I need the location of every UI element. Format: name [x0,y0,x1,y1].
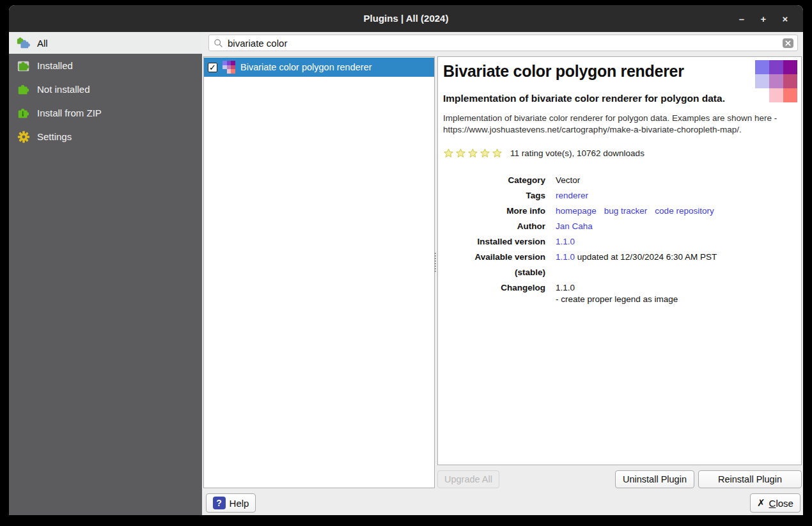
author-link[interactable]: Jan Caha [556,221,593,231]
plugin-details-panel: Bivariate color polygon renderer Impleme… [437,56,802,465]
help-icon: ? [213,497,226,509]
bug-tracker-link[interactable]: bug tracker [604,206,648,216]
search-input[interactable] [228,38,783,49]
plugin-enabled-checkbox[interactable]: ✓ [208,63,217,72]
close-x-icon: ✗ [757,497,765,509]
upgrade-all-button[interactable]: Upgrade All [437,470,499,488]
close-window-button[interactable]: × [776,10,794,28]
plugin-title: Bivariate color polygon renderer [443,62,796,81]
sidebar-item-install-from-zip[interactable]: Install from ZIP [9,101,202,125]
category-label: Category [443,173,545,188]
star-rating-icons [443,148,503,159]
uninstall-plugin-button[interactable]: Uninstall Plugin [615,470,694,488]
help-button[interactable]: ? Help [206,493,256,513]
maximize-icon: + [761,13,767,24]
category-value: Vector [556,173,796,188]
plugin-list-item-selected[interactable]: ✓ Bivariate color polygon renderer [204,58,434,77]
minimize-button[interactable]: – [733,10,751,28]
close-label: Close [769,498,793,509]
reinstall-plugin-label: Reinstall Plugin [718,474,782,484]
plugin-bivariate-icon [223,61,235,74]
gear-icon [17,130,31,144]
puzzle-installed-icon [17,59,31,73]
reinstall-plugin-button[interactable]: Reinstall Plugin [698,470,802,488]
sidebar-item-label: Settings [37,131,72,142]
puzzle-not-installed-icon [17,83,31,97]
more-info-label: More info [443,203,545,219]
help-label: Help [230,498,249,509]
sidebar-item-installed[interactable]: Installed [9,54,202,77]
star-icon [467,148,478,159]
sidebar-item-label: Installed [37,60,73,71]
panel-splitter-handle[interactable] [435,253,437,272]
star-icon [492,148,503,159]
rating-row: 11 rating vote(s), 10762 downloads [443,148,796,159]
puzzle-all-icon [17,36,31,50]
bivariate-legend-icon [755,60,797,102]
sidebar-item-not-installed[interactable]: Not installed [9,77,202,101]
search-box [208,35,798,51]
rating-text: 11 rating vote(s), 10762 downloads [510,148,644,158]
maximize-button[interactable]: + [754,10,772,28]
sidebar-item-label: All [37,38,48,49]
close-button[interactable]: ✗ Close [750,493,800,513]
available-version-date: updated at 12/30/2024 6:30 AM PST [577,252,717,262]
uninstall-plugin-label: Uninstall Plugin [623,474,687,484]
changelog-label: Changelog [443,280,545,305]
upgrade-all-label: Upgrade All [444,474,492,484]
plugin-metadata: Category Vector Tags renderer More info … [443,173,796,305]
search-icon [213,38,224,49]
puzzle-zip-icon [17,106,31,120]
tags-label: Tags [443,188,545,203]
star-icon [443,148,454,159]
close-window-icon: × [783,13,788,24]
plugins-dialog-window: Plugins | All (2024) – + × All [9,5,803,515]
window-controls: – + × [733,5,794,32]
available-version-label: Available version (stable) [443,250,545,280]
star-icon [480,148,490,159]
sidebar-item-settings[interactable]: Settings [9,125,202,148]
sidebar-item-all[interactable]: All [9,32,202,54]
window-title: Plugins | All (2024) [9,5,803,32]
star-icon [455,148,466,159]
installed-version-label: Installed version [443,234,545,250]
plugin-description: Implementation of bivariate color render… [443,113,796,136]
code-repository-link[interactable]: code repository [655,206,714,216]
sidebar: All Installed Not installed [9,32,202,515]
plugin-list: ✓ Bivariate color polygon renderer [203,56,435,488]
sidebar-item-label: Not installed [37,84,90,95]
installed-version-link[interactable]: 1.1.0 [556,237,575,246]
tag-link-renderer[interactable]: renderer [556,191,588,200]
plugin-list-item-label: Bivariate color polygon renderer [240,62,372,72]
changelog-entry: - create proper legend as image [556,294,796,305]
minimize-icon: – [739,13,744,24]
titlebar: Plugins | All (2024) – + × [9,5,803,32]
changelog-version: 1.1.0 [556,280,796,294]
clear-search-icon[interactable] [783,38,793,48]
available-version-link[interactable]: 1.1.0 [556,252,575,262]
sidebar-item-label: Install from ZIP [37,108,102,118]
plugin-subtitle: Implementation of bivariate color render… [443,93,796,104]
homepage-link[interactable]: homepage [556,206,597,216]
author-label: Author [443,219,545,234]
content-area: ✓ Bivariate color polygon renderer Bivar… [202,32,803,515]
